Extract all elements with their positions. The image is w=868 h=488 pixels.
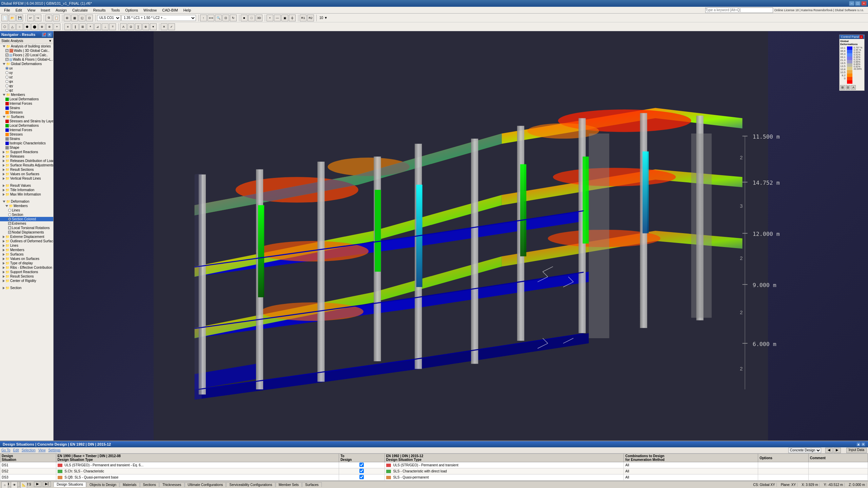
- nav-members-local-def[interactable]: Local Deformations: [0, 97, 53, 101]
- nav-walls-floors[interactable]: ☑▨Walls & Floors | Global+L..: [0, 57, 53, 62]
- tb-zoom[interactable]: 🔍: [215, 15, 222, 21]
- nav-vertical-result-lines[interactable]: 📁Vertical Result Lines: [0, 176, 53, 181]
- nav-selection[interactable]: Selection: [22, 448, 36, 452]
- tb2-4[interactable]: ⬢: [24, 23, 31, 30]
- tb2-11[interactable]: ⊞: [79, 23, 86, 30]
- menu-options[interactable]: Options: [122, 7, 141, 13]
- nav-max-min-information[interactable]: 📁Max Min Information: [0, 192, 53, 197]
- bottom-close-btn[interactable]: ×: [861, 442, 865, 446]
- menu-help[interactable]: Help: [181, 7, 194, 13]
- nav-releases[interactable]: 📁Releases: [0, 154, 53, 159]
- nav-analysis-dropdown[interactable]: Static Analysis ▼: [0, 38, 53, 44]
- tb2-7[interactable]: ⊗: [46, 23, 53, 30]
- tb-node[interactable]: •: [267, 15, 273, 21]
- nav-surfaces[interactable]: 📁Surfaces: [0, 115, 53, 119]
- nav-lines[interactable]: 📁Lines: [0, 243, 53, 248]
- nav-phiy[interactable]: φy: [0, 84, 53, 88]
- tb-paste[interactable]: 📋: [53, 15, 60, 21]
- menu-calculate[interactable]: Calculate: [70, 7, 91, 13]
- menu-edit[interactable]: Edit: [13, 7, 25, 13]
- nav-def-section-colored[interactable]: Section Colored: [0, 217, 53, 221]
- checkbox-ds3[interactable]: [359, 475, 364, 479]
- nav-support-reactions2[interactable]: 📁Support Reactions: [0, 270, 53, 274]
- cp-btn-2[interactable]: ⊟: [846, 85, 850, 90]
- tb2-14[interactable]: ⟂: [102, 23, 108, 30]
- tb-arrow[interactable]: ↑: [200, 15, 207, 21]
- maximize-button[interactable]: □: [855, 1, 861, 6]
- tb2-17[interactable]: Ω: [127, 23, 134, 30]
- menu-view[interactable]: View: [25, 7, 38, 13]
- tb2-delete[interactable]: ✕: [161, 23, 167, 30]
- nav-def-section[interactable]: Section: [0, 212, 53, 217]
- menu-cad-bim[interactable]: CAD-BIM: [159, 7, 180, 13]
- tb2-3[interactable]: ○: [16, 23, 23, 30]
- tb-member[interactable]: ╪: [289, 15, 296, 21]
- tb-view3[interactable]: ◱: [79, 15, 85, 21]
- minimize-button[interactable]: −: [849, 1, 854, 6]
- tab-thicknesses[interactable]: Thicknesses: [159, 482, 184, 487]
- tb-line[interactable]: —: [274, 15, 281, 21]
- nav-values-surfaces2[interactable]: 📁Values on Surfaces: [0, 257, 53, 261]
- tb2-13[interactable]: ⊿: [94, 23, 101, 30]
- tb2-2[interactable]: △: [9, 23, 16, 30]
- tb-new[interactable]: 📄: [1, 15, 8, 21]
- menu-file[interactable]: File: [1, 7, 13, 13]
- bottom-pin-btn[interactable]: ▲: [856, 442, 861, 446]
- nav-def-nodal-disp[interactable]: ☑Nodal Displacements: [0, 230, 53, 235]
- nav-section[interactable]: 📁Section: [0, 286, 53, 290]
- nav-support-reactions[interactable]: 📁Support Reactions: [0, 150, 53, 154]
- nav-outlines-deformed[interactable]: 📁Outlines of Deformed Surfaces: [0, 239, 53, 243]
- tb-surface[interactable]: ▣: [281, 15, 288, 21]
- nav-members2[interactable]: 📁Members: [0, 248, 53, 252]
- tb2-12[interactable]: ⌖: [87, 23, 94, 30]
- page-last-btn[interactable]: ▶|: [43, 482, 51, 487]
- nav-surfaces-stresses[interactable]: Stresses: [0, 132, 53, 137]
- menu-window[interactable]: Window: [141, 7, 159, 13]
- search-input[interactable]: [705, 7, 773, 13]
- nav-settings[interactable]: Settings: [48, 448, 60, 452]
- tb-wire[interactable]: □: [248, 15, 255, 21]
- nav-surfaces-internal-forces[interactable]: Internal Forces: [0, 128, 53, 132]
- tb-result1[interactable]: R1: [300, 15, 307, 21]
- nav-surfaces-isotropic[interactable]: Isotropic Characteristics: [0, 141, 53, 145]
- nav-phix[interactable]: φx: [0, 79, 53, 84]
- tab-surfaces[interactable]: Surfaces: [302, 482, 321, 487]
- status-view-icon[interactable]: 👁: [11, 482, 18, 488]
- tb-view1[interactable]: ⊞: [64, 15, 71, 21]
- nav-surfaces-shape[interactable]: Shape: [0, 145, 53, 150]
- nav-result-sections2[interactable]: 📁Result Sections: [0, 274, 53, 279]
- nav-members-internal-forces[interactable]: Internal Forces: [0, 101, 53, 106]
- tb2-1[interactable]: ⬡: [1, 23, 8, 30]
- tb2-accept[interactable]: ✓: [168, 23, 175, 30]
- nav-ribs[interactable]: 📁Ribs - Effective Contribution on Surf..: [0, 265, 53, 270]
- tb2-15[interactable]: ⌗: [109, 23, 116, 30]
- nav-analysis-stories[interactable]: 📁Analysis of building stories: [0, 44, 53, 48]
- nav-members-stresses[interactable]: Stresses: [0, 110, 53, 115]
- tab-materials[interactable]: Materials: [120, 482, 140, 487]
- nav-def-local-torsional[interactable]: ☐Local Torsional Rotations: [0, 226, 53, 230]
- tb-view4[interactable]: ⊡: [86, 15, 93, 21]
- nav-global-deformations[interactable]: 📁Global Deformations: [0, 62, 53, 66]
- nav-values-surfaces[interactable]: 📁Values on Surfaces: [0, 172, 53, 176]
- nav-surfaces2[interactable]: 📁Surfaces: [0, 252, 53, 257]
- nav-result-values[interactable]: 📁Result Values: [0, 183, 53, 188]
- tb2-10[interactable]: ∥: [72, 23, 79, 30]
- status-home-icon[interactable]: ⌂: [1, 482, 8, 488]
- menu-results[interactable]: Results: [91, 7, 108, 13]
- checkbox-ds2[interactable]: [359, 469, 364, 473]
- tb2-19[interactable]: ⊛: [142, 23, 149, 30]
- tb-fit[interactable]: ⊡: [222, 15, 229, 21]
- load-combo-select[interactable]: ULS CO1: [97, 15, 121, 21]
- tab-member-sets[interactable]: Member Sets: [276, 482, 302, 487]
- tb-redo[interactable]: ↪: [35, 15, 41, 21]
- nav-pin-btn[interactable]: 📌: [42, 32, 46, 37]
- menu-tools[interactable]: Tools: [108, 7, 122, 13]
- nav-ux[interactable]: ux: [0, 66, 53, 70]
- nav-goto[interactable]: Go To: [1, 448, 11, 452]
- tb2-16[interactable]: A: [120, 23, 127, 30]
- nav-floors-2d[interactable]: ☑▤Floors | 2D Local Calc..: [0, 53, 53, 57]
- tb2-6[interactable]: ⊕: [39, 23, 45, 30]
- nav-result-sections[interactable]: 📁Result Sections: [0, 167, 53, 172]
- nav-surfaces-stresses-strains[interactable]: Stresses and Strains by Layer Thick ,: [0, 119, 53, 123]
- nav-surface-results-adj[interactable]: 📁Surface Results Adjustments: [0, 163, 53, 167]
